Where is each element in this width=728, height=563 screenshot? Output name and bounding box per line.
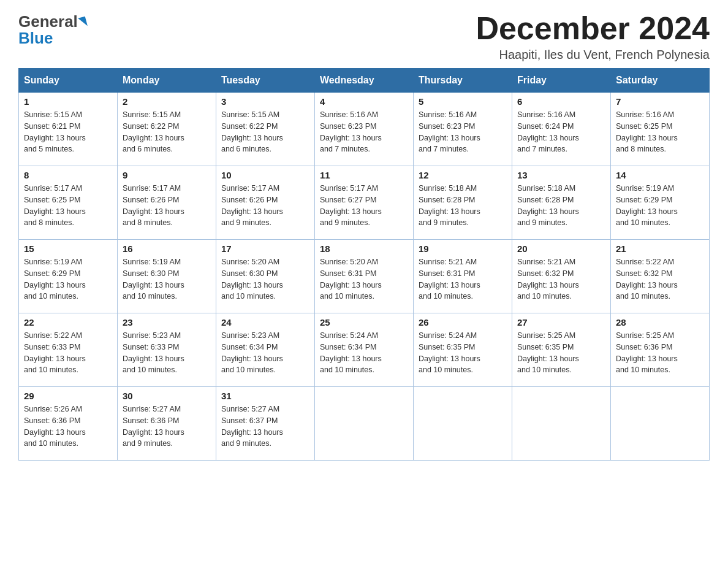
day-number: 9	[123, 170, 211, 180]
day-info: Sunrise: 5:25 AMSunset: 6:36 PMDaylight:…	[616, 330, 704, 376]
day-info: Sunrise: 5:17 AMSunset: 6:26 PMDaylight:…	[123, 183, 211, 229]
day-number: 13	[517, 170, 605, 180]
header-saturday: Saturday	[611, 69, 710, 93]
day-number: 24	[221, 317, 309, 327]
calendar-cell: 11 Sunrise: 5:17 AMSunset: 6:27 PMDaylig…	[315, 166, 414, 240]
calendar-week-3: 15 Sunrise: 5:19 AMSunset: 6:29 PMDaylig…	[19, 240, 710, 313]
day-number: 15	[24, 243, 112, 254]
calendar-cell	[611, 387, 710, 461]
day-number: 1	[24, 96, 112, 107]
day-info: Sunrise: 5:17 AMSunset: 6:25 PMDaylight:…	[24, 183, 112, 229]
calendar-cell: 18 Sunrise: 5:20 AMSunset: 6:31 PMDaylig…	[315, 240, 414, 313]
header-friday: Friday	[512, 69, 611, 93]
calendar-week-4: 22 Sunrise: 5:22 AMSunset: 6:33 PMDaylig…	[19, 313, 710, 387]
calendar-cell	[512, 387, 611, 461]
day-number: 31	[221, 391, 309, 401]
header-monday: Monday	[118, 69, 216, 93]
calendar-cell: 2 Sunrise: 5:15 AMSunset: 6:22 PMDayligh…	[118, 93, 216, 166]
day-number: 23	[123, 317, 211, 327]
calendar-cell: 30 Sunrise: 5:27 AMSunset: 6:36 PMDaylig…	[118, 387, 216, 461]
day-info: Sunrise: 5:19 AMSunset: 6:30 PMDaylight:…	[123, 256, 211, 302]
day-info: Sunrise: 5:17 AMSunset: 6:26 PMDaylight:…	[221, 183, 309, 229]
day-number: 7	[616, 96, 704, 107]
day-info: Sunrise: 5:22 AMSunset: 6:33 PMDaylight:…	[24, 330, 112, 376]
calendar-cell: 28 Sunrise: 5:25 AMSunset: 6:36 PMDaylig…	[611, 313, 710, 387]
day-number: 19	[419, 243, 507, 254]
calendar-cell: 12 Sunrise: 5:18 AMSunset: 6:28 PMDaylig…	[414, 166, 512, 240]
calendar-week-1: 1 Sunrise: 5:15 AMSunset: 6:21 PMDayligh…	[19, 93, 710, 166]
calendar-cell: 14 Sunrise: 5:19 AMSunset: 6:29 PMDaylig…	[611, 166, 710, 240]
day-number: 26	[419, 317, 507, 327]
page-header: General Blue December 2024 Haapiti, Iles…	[18, 12, 710, 62]
calendar-cell: 19 Sunrise: 5:21 AMSunset: 6:31 PMDaylig…	[414, 240, 512, 313]
calendar-cell: 16 Sunrise: 5:19 AMSunset: 6:30 PMDaylig…	[118, 240, 216, 313]
day-number: 18	[320, 243, 408, 254]
month-title: December 2024	[476, 12, 710, 44]
location-subtitle: Haapiti, Iles du Vent, French Polynesia	[476, 48, 710, 62]
day-info: Sunrise: 5:16 AMSunset: 6:25 PMDaylight:…	[616, 109, 704, 155]
calendar-cell: 21 Sunrise: 5:22 AMSunset: 6:32 PMDaylig…	[611, 240, 710, 313]
calendar-cell: 26 Sunrise: 5:24 AMSunset: 6:35 PMDaylig…	[414, 313, 512, 387]
day-number: 21	[616, 243, 704, 254]
calendar-cell: 31 Sunrise: 5:27 AMSunset: 6:37 PMDaylig…	[216, 387, 315, 461]
logo-arrow-icon	[78, 16, 88, 28]
day-info: Sunrise: 5:24 AMSunset: 6:35 PMDaylight:…	[419, 330, 507, 376]
calendar-week-5: 29 Sunrise: 5:26 AMSunset: 6:36 PMDaylig…	[19, 387, 710, 461]
day-number: 27	[517, 317, 605, 327]
day-info: Sunrise: 5:26 AMSunset: 6:36 PMDaylight:…	[24, 404, 112, 450]
day-info: Sunrise: 5:18 AMSunset: 6:28 PMDaylight:…	[517, 183, 605, 229]
day-info: Sunrise: 5:27 AMSunset: 6:37 PMDaylight:…	[221, 404, 309, 450]
calendar-cell: 23 Sunrise: 5:23 AMSunset: 6:33 PMDaylig…	[118, 313, 216, 387]
day-info: Sunrise: 5:17 AMSunset: 6:27 PMDaylight:…	[320, 183, 408, 229]
calendar-cell: 8 Sunrise: 5:17 AMSunset: 6:25 PMDayligh…	[19, 166, 118, 240]
day-info: Sunrise: 5:27 AMSunset: 6:36 PMDaylight:…	[123, 404, 211, 450]
day-number: 17	[221, 243, 309, 254]
calendar-cell: 22 Sunrise: 5:22 AMSunset: 6:33 PMDaylig…	[19, 313, 118, 387]
calendar-header-row: SundayMondayTuesdayWednesdayThursdayFrid…	[19, 69, 710, 93]
calendar-cell: 13 Sunrise: 5:18 AMSunset: 6:28 PMDaylig…	[512, 166, 611, 240]
day-info: Sunrise: 5:20 AMSunset: 6:30 PMDaylight:…	[221, 256, 309, 302]
day-number: 20	[517, 243, 605, 254]
day-number: 29	[24, 391, 112, 401]
day-info: Sunrise: 5:15 AMSunset: 6:21 PMDaylight:…	[24, 109, 112, 155]
day-number: 3	[221, 96, 309, 107]
day-info: Sunrise: 5:24 AMSunset: 6:34 PMDaylight:…	[320, 330, 408, 376]
calendar-week-2: 8 Sunrise: 5:17 AMSunset: 6:25 PMDayligh…	[19, 166, 710, 240]
day-info: Sunrise: 5:16 AMSunset: 6:23 PMDaylight:…	[320, 109, 408, 155]
day-number: 10	[221, 170, 309, 180]
calendar-cell: 25 Sunrise: 5:24 AMSunset: 6:34 PMDaylig…	[315, 313, 414, 387]
day-number: 30	[123, 391, 211, 401]
day-number: 14	[616, 170, 704, 180]
calendar-cell	[414, 387, 512, 461]
calendar-cell	[315, 387, 414, 461]
day-number: 8	[24, 170, 112, 180]
header-thursday: Thursday	[414, 69, 512, 93]
day-info: Sunrise: 5:21 AMSunset: 6:31 PMDaylight:…	[419, 256, 507, 302]
calendar-cell: 20 Sunrise: 5:21 AMSunset: 6:32 PMDaylig…	[512, 240, 611, 313]
calendar-cell: 27 Sunrise: 5:25 AMSunset: 6:35 PMDaylig…	[512, 313, 611, 387]
calendar-cell: 1 Sunrise: 5:15 AMSunset: 6:21 PMDayligh…	[19, 93, 118, 166]
calendar-cell: 4 Sunrise: 5:16 AMSunset: 6:23 PMDayligh…	[315, 93, 414, 166]
day-number: 11	[320, 170, 408, 180]
day-number: 4	[320, 96, 408, 107]
calendar-cell: 17 Sunrise: 5:20 AMSunset: 6:30 PMDaylig…	[216, 240, 315, 313]
logo: General Blue	[18, 12, 86, 48]
day-info: Sunrise: 5:22 AMSunset: 6:32 PMDaylight:…	[616, 256, 704, 302]
calendar-cell: 5 Sunrise: 5:16 AMSunset: 6:23 PMDayligh…	[414, 93, 512, 166]
day-info: Sunrise: 5:19 AMSunset: 6:29 PMDaylight:…	[24, 256, 112, 302]
day-number: 2	[123, 96, 211, 107]
calendar-cell: 7 Sunrise: 5:16 AMSunset: 6:25 PMDayligh…	[611, 93, 710, 166]
day-number: 6	[517, 96, 605, 107]
day-info: Sunrise: 5:16 AMSunset: 6:24 PMDaylight:…	[517, 109, 605, 155]
day-info: Sunrise: 5:25 AMSunset: 6:35 PMDaylight:…	[517, 330, 605, 376]
day-number: 22	[24, 317, 112, 327]
calendar-table: SundayMondayTuesdayWednesdayThursdayFrid…	[18, 68, 710, 461]
day-info: Sunrise: 5:16 AMSunset: 6:23 PMDaylight:…	[419, 109, 507, 155]
day-number: 12	[419, 170, 507, 180]
day-info: Sunrise: 5:20 AMSunset: 6:31 PMDaylight:…	[320, 256, 408, 302]
calendar-cell: 29 Sunrise: 5:26 AMSunset: 6:36 PMDaylig…	[19, 387, 118, 461]
calendar-cell: 15 Sunrise: 5:19 AMSunset: 6:29 PMDaylig…	[19, 240, 118, 313]
header-tuesday: Tuesday	[216, 69, 315, 93]
day-info: Sunrise: 5:18 AMSunset: 6:28 PMDaylight:…	[419, 183, 507, 229]
day-info: Sunrise: 5:21 AMSunset: 6:32 PMDaylight:…	[517, 256, 605, 302]
